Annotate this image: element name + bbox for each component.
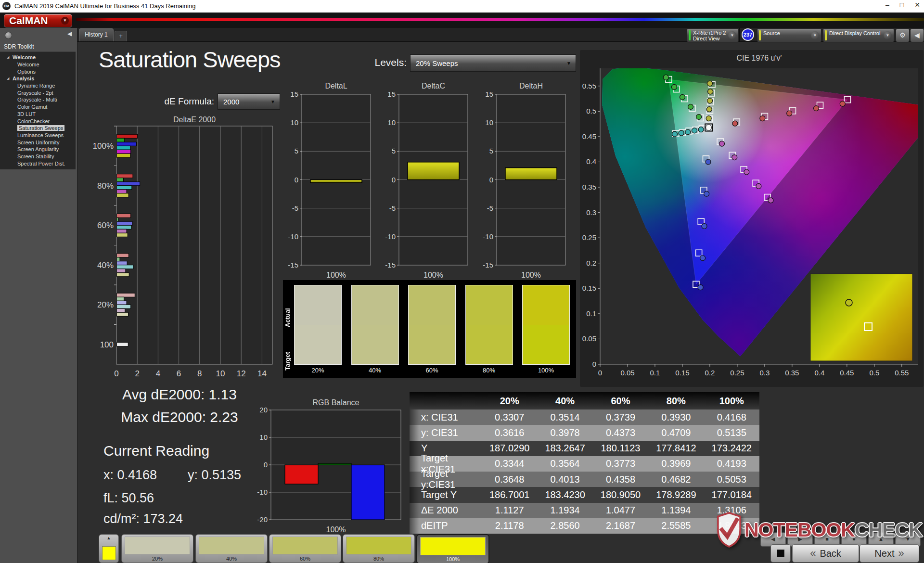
row-label: dEITP (410, 518, 482, 534)
table-cell: 0.4358 (593, 472, 648, 487)
patch-button-40[interactable]: 40% (195, 534, 268, 563)
patch-expander-button[interactable]: ▲ (99, 534, 119, 563)
svg-text:12: 12 (237, 369, 246, 378)
svg-text:14: 14 (257, 369, 267, 378)
close-button[interactable]: ✕ (914, 1, 920, 9)
patch-button-60[interactable]: 60% (269, 534, 341, 563)
gear-icon: ⚙ (899, 31, 906, 39)
patch-button-label: 80% (343, 556, 414, 562)
chevron-down-icon[interactable]: ▼ (728, 31, 736, 39)
sidebar-item-grayscale-2pt[interactable]: Grayscale - 2pt (0, 89, 76, 96)
sidebar-item-colorchecker[interactable]: ColorChecker (0, 117, 76, 125)
sidebar-item-luminance-sweeps[interactable]: Luminance Sweeps (0, 132, 76, 139)
display-control-status-bar (825, 30, 827, 40)
patch-button-100[interactable]: 100% (416, 534, 489, 563)
svg-text:0: 0 (295, 176, 298, 184)
levels-dropdown[interactable]: 20% Sweeps ▼ (410, 54, 576, 72)
meter-status-bar (689, 30, 691, 40)
sidebar-item-label: 3D LUT (17, 111, 36, 117)
svg-text:-10: -10 (257, 488, 268, 496)
sidebar-item-label: Grayscale - 2pt (17, 90, 53, 96)
sidebar-item-screen-stability[interactable]: Screen Stability (0, 153, 76, 160)
chevron-double-left-icon: « (810, 547, 816, 560)
page-title: Saturation Sweeps (99, 46, 281, 73)
chevron-down-icon[interactable]: ▼ (811, 31, 819, 39)
cie-measured-magenta (744, 169, 749, 175)
table-header-row: 20%40%60%80%100% (410, 392, 759, 409)
cie-measured-red (840, 101, 845, 106)
svg-text:8: 8 (197, 369, 202, 378)
sidebar-collapse-icon[interactable]: ◀ (67, 30, 72, 37)
svg-text:15: 15 (485, 90, 493, 98)
svg-text:0.15: 0.15 (675, 369, 689, 377)
tab-history-1[interactable]: History 1 (79, 28, 114, 41)
current-y: y: 0.5135 (188, 468, 241, 483)
cie-measured-blue (700, 256, 706, 261)
sidebar-item-welcome[interactable]: ◢Welcome (0, 54, 76, 61)
swatch-target-80 (466, 325, 513, 364)
table-row-target-y-cie31: Target y:CIE310.36480.40130.43580.46820.… (410, 472, 759, 487)
levels-value: 20% Sweeps (411, 59, 566, 67)
window-title: CalMAN 2019 CalMAN Ultimate for Business… (14, 2, 195, 10)
sidebar-item-label: Welcome (13, 54, 36, 60)
table-cell: 177.8412 (648, 441, 704, 456)
table-cell: 1.1934 (537, 503, 592, 518)
table-col-40: 40% (537, 392, 592, 409)
de-formula-dropdown[interactable]: 2000 ▼ (218, 93, 280, 110)
maximize-button[interactable]: □ (900, 1, 904, 9)
calman-menu-button[interactable]: CalMAN ▼ (4, 14, 72, 27)
svg-text:0.45: 0.45 (582, 132, 596, 141)
patch-button-80[interactable]: 80% (343, 534, 415, 563)
svg-text:DeltaL: DeltaL (325, 82, 347, 90)
sidebar-item-screen-uniformity[interactable]: Screen Uniformity (0, 139, 76, 146)
watermark-text-1: NOTEBOOK (744, 519, 855, 541)
svg-text:0: 0 (264, 461, 268, 469)
patch-button-20[interactable]: 20% (121, 534, 193, 563)
cie-measured-blue (704, 191, 709, 196)
sidebar-item-options[interactable]: Options (0, 68, 76, 75)
cie-measured-red (760, 116, 765, 121)
minimize-button[interactable]: – (886, 1, 889, 9)
table-cell: 0.3564 (537, 456, 592, 472)
collapse-panel-button[interactable]: ◀ (910, 28, 924, 42)
rgb-balance-chart: RGB Balance20100-10-20100% (250, 397, 414, 532)
sidebar-item-color-gamut[interactable]: Color Gamut (0, 103, 76, 111)
sidebar-item-spectral-power-dist[interactable]: Spectral Power Dist. (0, 160, 76, 167)
add-tab-button[interactable]: + (115, 31, 127, 41)
sidebar-item-analysis[interactable]: ◢Analysis (0, 75, 76, 82)
meter-dropdown[interactable]: X-Rite i1Pro 2 Direct View ▼ (687, 28, 739, 42)
expand-icon[interactable]: ◢ (7, 77, 12, 80)
chevron-down-icon[interactable]: ▼ (884, 31, 892, 39)
svg-text:0.4: 0.4 (586, 157, 596, 166)
table-row-y-cie31: y: CIE310.36160.39780.43730.47090.5135 (410, 425, 759, 440)
expand-icon[interactable]: ◢ (7, 55, 12, 59)
settings-button[interactable]: ⚙ (896, 28, 910, 42)
sidebar-item-3d-lut[interactable]: 3D LUT (0, 111, 76, 118)
table-cell: 0.4709 (648, 425, 704, 440)
svg-text:CIE 1976 u'v': CIE 1976 u'v' (736, 54, 782, 62)
sidebar-item-label: Color Gamut (17, 104, 47, 110)
sidebar-item-welcome[interactable]: Welcome (0, 61, 76, 68)
cie-measured-cyan (672, 131, 677, 137)
sidebar-item-dynamic-range[interactable]: Dynamic Range (0, 82, 76, 90)
sidebar-item-screen-angularity[interactable]: Screen Angularity (0, 146, 76, 153)
svg-text:0.1: 0.1 (586, 309, 596, 318)
row-label: Target Y (410, 487, 482, 502)
sidebar-radio-icon[interactable] (5, 32, 12, 39)
table-cell: 0.5135 (704, 425, 759, 440)
deltah-chart: DeltaH151050-5-10-15100% (476, 81, 573, 278)
sidebar-item-saturation-sweeps[interactable]: Saturation Sweeps (0, 125, 76, 132)
sidebar-item-grayscale-multi[interactable]: Grayscale - Multi (0, 96, 76, 103)
meter-mode: Direct View (693, 36, 719, 41)
svg-text:0: 0 (598, 369, 602, 377)
svg-text:RGB Balance: RGB Balance (313, 398, 359, 407)
svg-text:-15: -15 (288, 261, 298, 269)
display-control-dropdown[interactable]: Direct Display Control ▼ (823, 28, 894, 42)
calman-logo: CalMAN (4, 15, 61, 26)
svg-text:2: 2 (135, 369, 139, 378)
swatch-actual-60 (409, 285, 455, 325)
cie-measured-cyan (698, 127, 704, 132)
source-dropdown[interactable]: Source ▼ (757, 28, 821, 42)
sidebar-item-label: Grayscale - Multi (17, 97, 57, 102)
swatch-target-40 (352, 325, 398, 364)
